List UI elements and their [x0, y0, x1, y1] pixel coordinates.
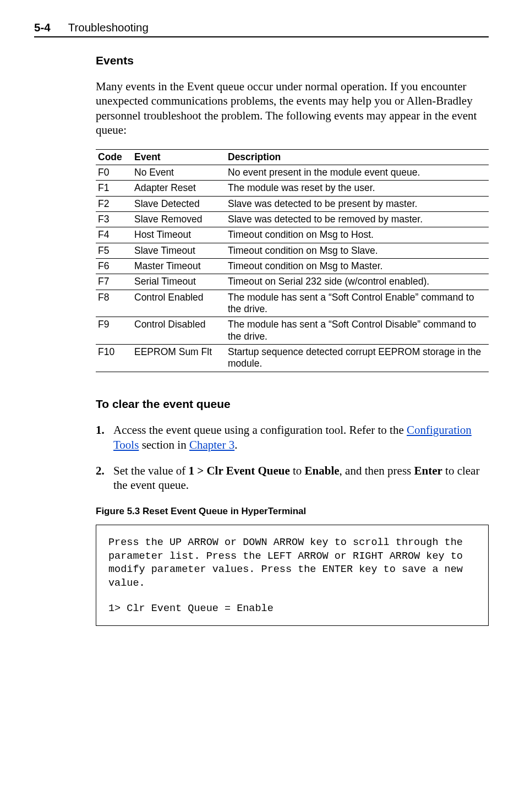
- step2-param: 1 > Clr Event Queue: [188, 464, 289, 477]
- cell-code: F4: [96, 227, 132, 243]
- cell-desc: Timeout condition on Msg to Master.: [226, 259, 489, 274]
- cell-code: F1: [96, 181, 132, 196]
- terminal-line: 1> Clr Event Queue = Enable: [108, 602, 476, 615]
- page-title: Troubleshooting: [68, 21, 149, 34]
- cell-event: Adapter Reset: [132, 181, 226, 196]
- page-header: 5-4 Troubleshooting: [34, 21, 489, 37]
- cell-desc: Startup sequence detected corrupt EEPROM…: [226, 345, 489, 372]
- cell-event: Slave Removed: [132, 212, 226, 227]
- events-heading: Events: [96, 54, 489, 67]
- page-number: 5-4: [34, 21, 51, 34]
- cell-code: F10: [96, 345, 132, 372]
- th-desc: Description: [226, 150, 489, 165]
- table-row: F9 Control Disabled The module has sent …: [96, 317, 489, 345]
- step1-text-c: .: [234, 438, 237, 451]
- table-row: F7 Serial Timeout Timeout on Serial 232 …: [96, 274, 489, 290]
- cell-desc: The module has sent a “Soft Control Enab…: [226, 290, 489, 317]
- table-row: F3 Slave Removed Slave was detected to b…: [96, 212, 489, 227]
- table-row: F0 No Event No event present in the modu…: [96, 165, 489, 181]
- cell-event: Master Timeout: [132, 259, 226, 274]
- step2-text-a: Set the value of: [113, 464, 188, 477]
- cell-event: Slave Timeout: [132, 243, 226, 258]
- table-row: F8 Control Enabled The module has sent a…: [96, 290, 489, 317]
- cell-event: Slave Detected: [132, 196, 226, 211]
- cell-desc: Slave was detected to be removed by mast…: [226, 212, 489, 227]
- step2-value: Enable: [305, 464, 340, 477]
- terminal-line: Press the UP ARROW or DOWN ARROW key to …: [108, 536, 476, 590]
- cell-event: Serial Timeout: [132, 274, 226, 290]
- cell-desc: Timeout condition on Msg to Host.: [226, 227, 489, 243]
- table-row: F5 Slave Timeout Timeout condition on Ms…: [96, 243, 489, 258]
- step1-text-a: Access the event queue using a configura…: [113, 423, 407, 437]
- cell-desc: No event present in the module event que…: [226, 165, 489, 181]
- table-header-row: Code Event Description: [96, 150, 489, 165]
- table-row: F10 EEPROM Sum Flt Startup sequence dete…: [96, 345, 489, 372]
- link-chapter-3[interactable]: Chapter 3: [189, 438, 234, 451]
- table-row: F4 Host Timeout Timeout condition on Msg…: [96, 227, 489, 243]
- page-content: Events Many events in the Event queue oc…: [34, 54, 489, 626]
- cell-desc: The module was reset by the user.: [226, 181, 489, 196]
- cell-code: F5: [96, 243, 132, 258]
- clear-queue-heading: To clear the event queue: [96, 397, 489, 411]
- cell-desc: Slave was detected to be present by mast…: [226, 196, 489, 211]
- cell-desc: Timeout condition on Msg to Slave.: [226, 243, 489, 258]
- step2-text-c: , and then press: [340, 464, 414, 477]
- steps-list: Access the event queue using a configura…: [96, 423, 489, 493]
- step2-key: Enter: [414, 464, 442, 477]
- list-item: Access the event queue using a configura…: [96, 423, 489, 453]
- figure-caption: Figure 5.3 Reset Event Queue in HyperTer…: [96, 506, 489, 517]
- cell-code: F2: [96, 196, 132, 211]
- cell-event: Control Disabled: [132, 317, 226, 345]
- cell-code: F3: [96, 212, 132, 227]
- cell-event: Host Timeout: [132, 227, 226, 243]
- cell-desc: Timeout on Serial 232 side (w/control en…: [226, 274, 489, 290]
- events-intro: Many events in the Event queue occur und…: [96, 79, 489, 137]
- table-row: F6 Master Timeout Timeout condition on M…: [96, 259, 489, 274]
- cell-code: F6: [96, 259, 132, 274]
- th-code: Code: [96, 150, 132, 165]
- terminal-output: Press the UP ARROW or DOWN ARROW key to …: [96, 525, 489, 626]
- cell-code: F0: [96, 165, 132, 181]
- cell-code: F8: [96, 290, 132, 317]
- cell-event: Control Enabled: [132, 290, 226, 317]
- cell-code: F7: [96, 274, 132, 290]
- cell-event: No Event: [132, 165, 226, 181]
- table-row: F2 Slave Detected Slave was detected to …: [96, 196, 489, 211]
- cell-desc: The module has sent a “Soft Control Disa…: [226, 317, 489, 345]
- cell-code: F9: [96, 317, 132, 345]
- events-table: Code Event Description F0 No Event No ev…: [96, 149, 489, 372]
- list-item: Set the value of 1 > Clr Event Queue to …: [96, 464, 489, 493]
- th-event: Event: [132, 150, 226, 165]
- step1-text-b: section in: [139, 438, 189, 451]
- step2-text-b: to: [290, 464, 305, 477]
- cell-event: EEPROM Sum Flt: [132, 345, 226, 372]
- table-row: F1 Adapter Reset The module was reset by…: [96, 181, 489, 196]
